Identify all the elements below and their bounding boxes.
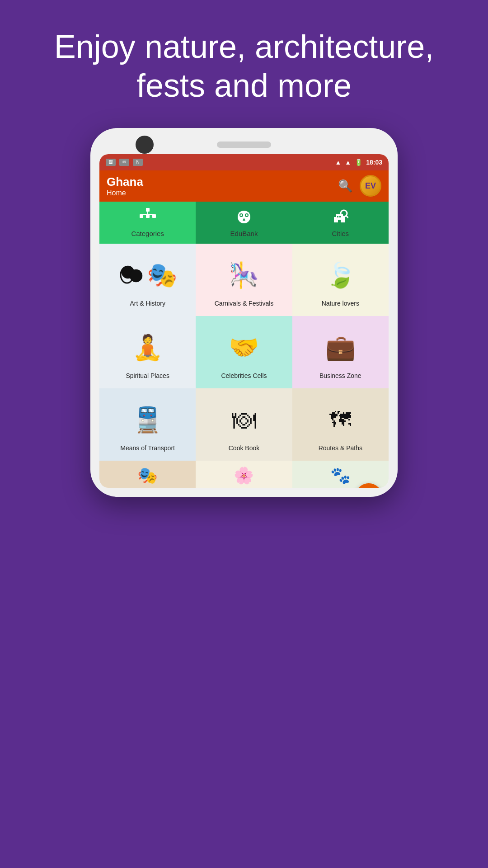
svg-point-11 [246, 214, 248, 216]
category-business-zone[interactable]: 💼 Business Zone [292, 316, 389, 388]
business-label: Business Zone [319, 372, 361, 379]
svg-rect-3 [146, 214, 150, 218]
cookbook-label: Cook Book [229, 444, 259, 452]
edubank-icon [236, 208, 252, 228]
tab-cities-label: Cities [332, 230, 349, 237]
phone-speaker [217, 142, 271, 148]
svg-rect-20 [338, 220, 341, 222]
svg-point-16 [341, 210, 347, 217]
tab-edubank[interactable]: EduBank [196, 202, 292, 244]
transport-label: Means of Transport [120, 444, 175, 452]
svg-point-26 [130, 270, 142, 282]
carnivals-label: Carnivals & Festivals [215, 300, 274, 307]
business-icon: 💼 [325, 329, 356, 367]
status-bar: 🖼 ✉ N ▲ ▲ 🔋 18:03 [99, 154, 389, 170]
status-time: 18:03 [366, 159, 382, 166]
art-history-icon: 🎭 [118, 256, 177, 294]
category-grid: 🎭 Art & History 🎠 Carnivals & Festivals … [99, 244, 389, 461]
nature-icon: 🍃 [325, 256, 356, 294]
partial-row4: 🎭 🌸 🐾 [99, 461, 389, 488]
svg-rect-0 [146, 208, 150, 212]
hero-title: Enjoy nature, architecture, fests and mo… [0, 0, 488, 128]
search-button[interactable]: 🔍 [338, 179, 352, 193]
spiritual-label: Spiritual Places [126, 372, 169, 379]
svg-rect-2 [152, 214, 156, 218]
svg-rect-15 [341, 217, 345, 222]
category-celebrities-cells[interactable]: 🤝 Celebrities Cells [196, 316, 292, 388]
category-means-of-transport[interactable]: 🚆 Means of Transport [99, 388, 196, 461]
cookbook-icon: 🍽 [232, 401, 256, 439]
signal-icon: ▲ [345, 159, 351, 166]
app-subtitle: Home [107, 189, 143, 197]
app-bar-title: Ghana Home [107, 175, 143, 197]
category-art-history[interactable]: 🎭 Art & History [99, 244, 196, 316]
phone-mockup: 🖼 ✉ N ▲ ▲ 🔋 18:03 Ghana Home 🔍 EV [90, 128, 398, 497]
svg-rect-1 [140, 214, 143, 218]
tab-categories[interactable]: Categories [99, 202, 196, 244]
row4-icon-3: 🐾 [330, 466, 351, 485]
status-right-area: ▲ ▲ 🔋 18:03 [335, 159, 382, 166]
cities-icon [332, 208, 348, 228]
logo-badge[interactable]: EV [360, 175, 381, 197]
status-icon-image: 🖼 [106, 159, 116, 166]
app-name: Ghana [107, 175, 143, 189]
tab-cities[interactable]: Cities [292, 202, 389, 244]
status-icon-n: N [133, 159, 143, 166]
row4-cell-3[interactable]: 🐾 [292, 461, 389, 488]
routes-label: Routes & Paths [319, 444, 362, 452]
category-spiritual-places[interactable]: 🧘 Spiritual Places [99, 316, 196, 388]
celebrities-icon: 🤝 [229, 329, 259, 367]
svg-rect-18 [337, 216, 338, 217]
row4-cell-2[interactable]: 🌸 [196, 461, 292, 488]
status-left-icons: 🖼 ✉ N [106, 159, 143, 166]
row4-icon-2: 🌸 [234, 466, 254, 485]
category-routes-paths[interactable]: 🗺 Routes & Paths [292, 388, 389, 461]
phone-screen: 🖼 ✉ N ▲ ▲ 🔋 18:03 Ghana Home 🔍 EV [99, 154, 389, 488]
wifi-icon: ▲ [335, 159, 341, 166]
row4-icon-1: 🎭 [137, 466, 158, 485]
tab-categories-label: Categories [131, 230, 164, 237]
celebrities-label: Celebrities Cells [221, 372, 267, 379]
phone-notch [99, 137, 389, 154]
art-history-label: Art & History [130, 300, 165, 307]
app-bar-actions: 🔍 EV [338, 175, 381, 197]
category-carnivals-festivals[interactable]: 🎠 Carnivals & Festivals [196, 244, 292, 316]
tab-edubank-label: EduBank [230, 230, 258, 237]
tab-navigation: Categories EduBank [99, 202, 389, 244]
battery-icon: 🔋 [355, 159, 362, 166]
category-cook-book[interactable]: 🍽 Cook Book [196, 388, 292, 461]
transport-icon: 🚆 [132, 401, 163, 439]
svg-rect-14 [334, 217, 338, 222]
svg-line-17 [346, 216, 348, 218]
status-icon-mail: ✉ [119, 159, 129, 166]
carnivals-icon: 🎠 [229, 256, 259, 294]
nature-label: Nature lovers [322, 300, 359, 307]
app-bar: Ghana Home 🔍 EV [99, 170, 389, 202]
categories-icon [139, 208, 157, 228]
svg-point-10 [240, 214, 242, 216]
routes-icon: 🗺 [329, 401, 351, 439]
row4-cell-1[interactable]: 🎭 [99, 461, 196, 488]
phone-camera [136, 136, 154, 154]
svg-rect-19 [339, 216, 341, 217]
spiritual-icon: 🧘 [132, 329, 163, 367]
category-nature-lovers[interactable]: 🍃 Nature lovers [292, 244, 389, 316]
